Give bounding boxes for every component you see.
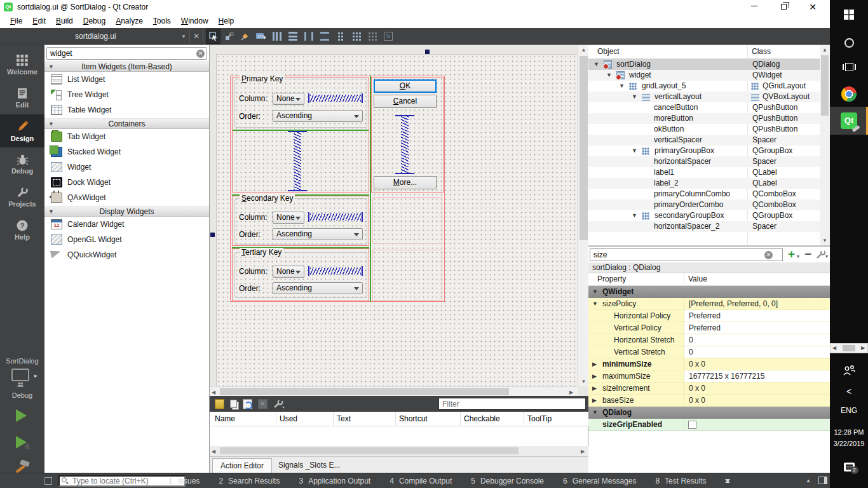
widget-item-widget[interactable]: Widget [44, 159, 209, 175]
form-editor-canvas[interactable]: Primary Key Column: None Order: Ascendin… [210, 44, 588, 396]
property-value[interactable]: 16777215 x 16777215 [684, 370, 830, 383]
document-dropdown-icon[interactable]: ▾ [179, 28, 188, 44]
layout-vertical-splitter-tool[interactable] [317, 29, 332, 44]
layout-vertical-tool[interactable] [285, 29, 300, 44]
object-row-widget[interactable]: ▼ widget QWidget [588, 70, 820, 81]
language-indicator[interactable]: ENG [830, 404, 868, 417]
clock-date[interactable]: 3/22/2019 [830, 438, 868, 449]
close-document-icon[interactable]: ✕ [191, 28, 201, 44]
layout-horizontal-tool[interactable] [269, 29, 284, 44]
tab-signals-slots-editor[interactable]: Signals _Slots E... [271, 458, 348, 473]
open-document-selector[interactable]: sortdialog.ui [75, 28, 116, 44]
edit-signals-slots-tool[interactable] [222, 29, 236, 44]
clear-filter-icon[interactable]: ✕ [196, 50, 205, 58]
scrollbar-thumb[interactable] [821, 55, 829, 116]
widget-item-calendar-widget[interactable]: Calendar Widget [44, 217, 209, 232]
column-header-class[interactable]: Class [752, 47, 771, 56]
column-header-tooltip[interactable]: ToolTip [527, 412, 552, 426]
pane-compile-output[interactable]: 4Compile Output [390, 477, 452, 485]
property-value[interactable]: Preferred [684, 322, 830, 334]
toggle-sidebar-icon[interactable] [818, 477, 827, 484]
copy-action-icon[interactable] [230, 400, 237, 408]
locator-input[interactable] [58, 475, 186, 487]
toggle-progress-icon[interactable] [44, 477, 52, 485]
widget-item-dock-widget[interactable]: Dock Widget [44, 175, 209, 190]
chevron-down-icon[interactable]: ▼ [592, 298, 598, 310]
column-header-checkable[interactable]: Checkable [464, 412, 500, 426]
object-row-morebutton[interactable]: moreButton QPushButton [588, 113, 820, 124]
property-row-minimumsize[interactable]: ▶minimumSize 0 x 0 [588, 358, 830, 370]
secondary-order-combo[interactable]: Ascending [273, 228, 363, 240]
menu-analyze[interactable]: Analyze [111, 14, 148, 28]
object-row-primaryordercombo[interactable]: primaryOrderCombo QComboBox [588, 200, 820, 210]
menu-tools[interactable]: Tools [148, 14, 176, 28]
remove-dynamic-property-icon[interactable]: − [804, 247, 811, 261]
object-row-label1[interactable]: label1 QLabel [588, 167, 820, 178]
object-row-cancelbutton[interactable]: cancelButton QPushButton [588, 102, 820, 113]
widget-item-tab-widget[interactable]: Tab Widget [44, 129, 209, 144]
new-action-icon[interactable] [215, 399, 224, 409]
chevron-right-icon[interactable]: ▶ [592, 395, 597, 407]
property-row-sizegripenabled[interactable]: sizeGripEnabled [588, 419, 830, 431]
adjust-size-tool[interactable]: ↘ [381, 29, 395, 44]
scroll-left-icon[interactable]: ◀ [832, 345, 836, 351]
property-horizontal-scrollbar[interactable]: ◀ ▶ [830, 343, 868, 353]
scroll-down-icon[interactable]: ▼ [820, 238, 830, 243]
mode-welcome[interactable]: Welcome [0, 48, 44, 81]
object-row-label2[interactable]: label_2 QLabel [588, 178, 820, 189]
break-layout-tool[interactable] [365, 29, 379, 44]
scroll-down-icon[interactable]: ▼ [578, 379, 588, 384]
column-header-property[interactable]: Property [597, 274, 626, 283]
widget-item-stacked-widget[interactable]: Stacked Widget [44, 144, 209, 159]
restore-button[interactable] [774, 0, 793, 14]
property-row-vertical-stretch[interactable]: Vertical Stretch 0 [588, 346, 830, 358]
run-button[interactable] [16, 409, 27, 424]
property-row-vertical-policy[interactable]: Vertical Policy Preferred [588, 322, 830, 334]
chevron-right-icon[interactable]: ▶ [592, 383, 597, 395]
action-center-button[interactable]: 2 [830, 459, 868, 475]
mode-debug[interactable]: Debug [0, 147, 44, 180]
mode-design[interactable]: Design [0, 114, 44, 147]
pane-updown-icon[interactable] [725, 477, 731, 485]
scroll-up-icon[interactable]: ▲ [578, 47, 588, 53]
widget-item-qaxwidget[interactable]: QAxWidget [44, 190, 209, 205]
object-row-verticalspacer[interactable]: verticalSpacer Spacer [588, 135, 820, 146]
widget-section-display-widgets[interactable]: ▼ Display Widgets [44, 206, 209, 217]
horizontal-spacer[interactable] [310, 214, 361, 220]
pane-application-output[interactable]: 3Application Output [299, 477, 370, 485]
edit-tab-order-tool[interactable]: 123 [254, 29, 268, 44]
widget-item-opengl-widget[interactable]: OpenGL Widget [44, 232, 209, 247]
primary-key-groupbox[interactable]: Primary Key Column: None Order: Ascendin… [234, 79, 367, 128]
scrollbar-thumb[interactable] [580, 56, 588, 240]
kit-selector-button[interactable]: ▸ [11, 369, 29, 383]
selection-handle[interactable] [210, 233, 215, 237]
pane-issues[interactable]: 1Issues [168, 477, 200, 485]
property-value[interactable]: [Preferred, Preferred, 0, 0] [684, 298, 830, 310]
property-section-qwidget[interactable]: ▼ QWidget [588, 286, 830, 298]
navigate-action-icon[interactable] [243, 399, 252, 409]
object-row-verticallayout[interactable]: ▼ verticalLayout QVBoxLayout [588, 92, 820, 102]
chevron-down-icon[interactable]: ▼ [593, 59, 599, 70]
widget-item-table-widget[interactable]: Table Widget [44, 102, 209, 118]
edit-buddies-tool[interactable] [238, 29, 252, 44]
clear-property-filter-icon[interactable]: ✕ [764, 251, 773, 259]
scroll-up-icon[interactable]: ▲ [820, 47, 830, 53]
canvas-vertical-scrollbar[interactable]: ▲ ▼ [578, 45, 588, 386]
widget-section-item-widgets[interactable]: ▼ Item Widgets (Item-Based) [44, 61, 209, 72]
property-section-qdialog[interactable]: ▼ QDialog [588, 407, 830, 419]
start-button[interactable] [830, 4, 868, 25]
cortana-button[interactable] [830, 32, 868, 53]
object-row-gridlayout5[interactable]: ▼ gridLayout_5 QGridLayout [588, 81, 820, 92]
vertical-spacer[interactable] [401, 116, 409, 173]
tab-action-editor[interactable]: Action Editor [212, 458, 272, 473]
column-header-name[interactable]: Name [215, 412, 235, 426]
scroll-left-icon[interactable]: ◀ [212, 449, 215, 454]
scroll-left-icon[interactable]: ◀ [212, 390, 215, 395]
menu-debug[interactable]: Debug [78, 14, 111, 28]
menu-build[interactable]: Build [51, 14, 78, 28]
property-row-sizepolicy[interactable]: ▼sizePolicy [Preferred, Preferred, 0, 0] [588, 298, 830, 310]
tertiary-column-combo[interactable]: None [273, 266, 304, 278]
qt-creator-taskbar-button[interactable]: Qt [830, 107, 868, 135]
chevron-down-icon[interactable]: ▼ [619, 81, 625, 92]
delete-action-icon[interactable]: ✕ [258, 399, 268, 409]
